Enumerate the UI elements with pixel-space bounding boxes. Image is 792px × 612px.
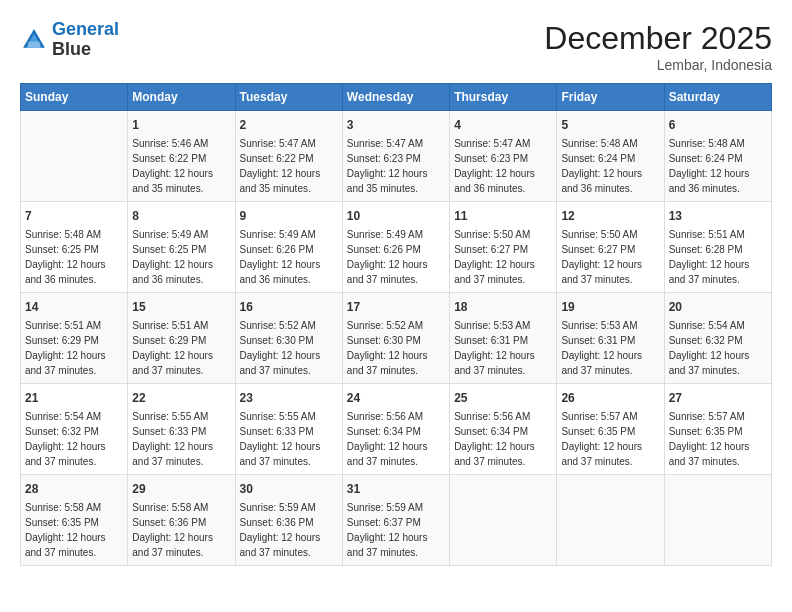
calendar-cell: 6Sunrise: 5:48 AMSunset: 6:24 PMDaylight… xyxy=(664,111,771,202)
sunset-text: Sunset: 6:27 PM xyxy=(454,244,528,255)
sunrise-text: Sunrise: 5:51 AM xyxy=(25,320,101,331)
sunset-text: Sunset: 6:35 PM xyxy=(25,517,99,528)
sunrise-text: Sunrise: 5:52 AM xyxy=(347,320,423,331)
calendar-cell: 2Sunrise: 5:47 AMSunset: 6:22 PMDaylight… xyxy=(235,111,342,202)
daylight-text: Daylight: 12 hours and 37 minutes. xyxy=(240,441,321,467)
calendar-cell: 10Sunrise: 5:49 AMSunset: 6:26 PMDayligh… xyxy=(342,202,449,293)
calendar-cell: 1Sunrise: 5:46 AMSunset: 6:22 PMDaylight… xyxy=(128,111,235,202)
sunset-text: Sunset: 6:32 PM xyxy=(25,426,99,437)
calendar-cell: 14Sunrise: 5:51 AMSunset: 6:29 PMDayligh… xyxy=(21,293,128,384)
daylight-text: Daylight: 12 hours and 36 minutes. xyxy=(561,168,642,194)
day-number: 20 xyxy=(669,298,767,316)
calendar-body: 1Sunrise: 5:46 AMSunset: 6:22 PMDaylight… xyxy=(21,111,772,566)
day-info: Sunrise: 5:46 AMSunset: 6:22 PMDaylight:… xyxy=(132,136,230,196)
daylight-text: Daylight: 12 hours and 37 minutes. xyxy=(132,350,213,376)
daylight-text: Daylight: 12 hours and 36 minutes. xyxy=(240,259,321,285)
sunset-text: Sunset: 6:33 PM xyxy=(240,426,314,437)
sunset-text: Sunset: 6:23 PM xyxy=(454,153,528,164)
daylight-text: Daylight: 12 hours and 37 minutes. xyxy=(240,532,321,558)
day-number: 12 xyxy=(561,207,659,225)
sunset-text: Sunset: 6:25 PM xyxy=(25,244,99,255)
daylight-text: Daylight: 12 hours and 37 minutes. xyxy=(454,441,535,467)
sunrise-text: Sunrise: 5:59 AM xyxy=(240,502,316,513)
day-info: Sunrise: 5:51 AMSunset: 6:28 PMDaylight:… xyxy=(669,227,767,287)
calendar-cell: 20Sunrise: 5:54 AMSunset: 6:32 PMDayligh… xyxy=(664,293,771,384)
day-info: Sunrise: 5:51 AMSunset: 6:29 PMDaylight:… xyxy=(132,318,230,378)
sunrise-text: Sunrise: 5:48 AM xyxy=(561,138,637,149)
day-number: 2 xyxy=(240,116,338,134)
header-row: Sunday Monday Tuesday Wednesday Thursday… xyxy=(21,84,772,111)
calendar-cell: 12Sunrise: 5:50 AMSunset: 6:27 PMDayligh… xyxy=(557,202,664,293)
sunset-text: Sunset: 6:25 PM xyxy=(132,244,206,255)
daylight-text: Daylight: 12 hours and 37 minutes. xyxy=(25,532,106,558)
calendar-week-row: 14Sunrise: 5:51 AMSunset: 6:29 PMDayligh… xyxy=(21,293,772,384)
logo-icon xyxy=(20,26,48,54)
sunrise-text: Sunrise: 5:57 AM xyxy=(561,411,637,422)
day-info: Sunrise: 5:52 AMSunset: 6:30 PMDaylight:… xyxy=(347,318,445,378)
logo-line2: Blue xyxy=(52,40,119,60)
daylight-text: Daylight: 12 hours and 37 minutes. xyxy=(561,441,642,467)
daylight-text: Daylight: 12 hours and 36 minutes. xyxy=(669,168,750,194)
daylight-text: Daylight: 12 hours and 36 minutes. xyxy=(132,259,213,285)
daylight-text: Daylight: 12 hours and 37 minutes. xyxy=(347,350,428,376)
sunrise-text: Sunrise: 5:47 AM xyxy=(240,138,316,149)
day-info: Sunrise: 5:51 AMSunset: 6:29 PMDaylight:… xyxy=(25,318,123,378)
calendar-cell: 3Sunrise: 5:47 AMSunset: 6:23 PMDaylight… xyxy=(342,111,449,202)
sunrise-text: Sunrise: 5:50 AM xyxy=(561,229,637,240)
daylight-text: Daylight: 12 hours and 37 minutes. xyxy=(347,259,428,285)
sunset-text: Sunset: 6:24 PM xyxy=(561,153,635,164)
sunrise-text: Sunrise: 5:55 AM xyxy=(240,411,316,422)
sunset-text: Sunset: 6:26 PM xyxy=(240,244,314,255)
month-title: December 2025 xyxy=(544,20,772,57)
day-number: 1 xyxy=(132,116,230,134)
day-info: Sunrise: 5:49 AMSunset: 6:26 PMDaylight:… xyxy=(347,227,445,287)
sunrise-text: Sunrise: 5:54 AM xyxy=(25,411,101,422)
day-number: 24 xyxy=(347,389,445,407)
sunrise-text: Sunrise: 5:51 AM xyxy=(132,320,208,331)
sunrise-text: Sunrise: 5:50 AM xyxy=(454,229,530,240)
daylight-text: Daylight: 12 hours and 37 minutes. xyxy=(669,441,750,467)
day-info: Sunrise: 5:48 AMSunset: 6:24 PMDaylight:… xyxy=(669,136,767,196)
calendar-week-row: 1Sunrise: 5:46 AMSunset: 6:22 PMDaylight… xyxy=(21,111,772,202)
daylight-text: Daylight: 12 hours and 37 minutes. xyxy=(132,532,213,558)
calendar-cell xyxy=(664,475,771,566)
daylight-text: Daylight: 12 hours and 37 minutes. xyxy=(132,441,213,467)
calendar-cell: 24Sunrise: 5:56 AMSunset: 6:34 PMDayligh… xyxy=(342,384,449,475)
sunset-text: Sunset: 6:30 PM xyxy=(347,335,421,346)
calendar-table: Sunday Monday Tuesday Wednesday Thursday… xyxy=(20,83,772,566)
day-info: Sunrise: 5:57 AMSunset: 6:35 PMDaylight:… xyxy=(669,409,767,469)
day-info: Sunrise: 5:56 AMSunset: 6:34 PMDaylight:… xyxy=(454,409,552,469)
day-info: Sunrise: 5:52 AMSunset: 6:30 PMDaylight:… xyxy=(240,318,338,378)
day-info: Sunrise: 5:57 AMSunset: 6:35 PMDaylight:… xyxy=(561,409,659,469)
daylight-text: Daylight: 12 hours and 35 minutes. xyxy=(132,168,213,194)
day-info: Sunrise: 5:56 AMSunset: 6:34 PMDaylight:… xyxy=(347,409,445,469)
sunrise-text: Sunrise: 5:53 AM xyxy=(454,320,530,331)
day-info: Sunrise: 5:59 AMSunset: 6:37 PMDaylight:… xyxy=(347,500,445,560)
sunrise-text: Sunrise: 5:48 AM xyxy=(669,138,745,149)
daylight-text: Daylight: 12 hours and 37 minutes. xyxy=(240,350,321,376)
header-thursday: Thursday xyxy=(450,84,557,111)
calendar-cell: 26Sunrise: 5:57 AMSunset: 6:35 PMDayligh… xyxy=(557,384,664,475)
daylight-text: Daylight: 12 hours and 37 minutes. xyxy=(454,259,535,285)
day-number: 11 xyxy=(454,207,552,225)
day-info: Sunrise: 5:54 AMSunset: 6:32 PMDaylight:… xyxy=(669,318,767,378)
sunset-text: Sunset: 6:34 PM xyxy=(454,426,528,437)
day-info: Sunrise: 5:53 AMSunset: 6:31 PMDaylight:… xyxy=(561,318,659,378)
sunset-text: Sunset: 6:23 PM xyxy=(347,153,421,164)
daylight-text: Daylight: 12 hours and 35 minutes. xyxy=(347,168,428,194)
daylight-text: Daylight: 12 hours and 35 minutes. xyxy=(240,168,321,194)
day-number: 3 xyxy=(347,116,445,134)
sunrise-text: Sunrise: 5:47 AM xyxy=(347,138,423,149)
day-number: 26 xyxy=(561,389,659,407)
day-info: Sunrise: 5:50 AMSunset: 6:27 PMDaylight:… xyxy=(561,227,659,287)
sunset-text: Sunset: 6:32 PM xyxy=(669,335,743,346)
day-info: Sunrise: 5:48 AMSunset: 6:25 PMDaylight:… xyxy=(25,227,123,287)
day-number: 6 xyxy=(669,116,767,134)
calendar-cell: 27Sunrise: 5:57 AMSunset: 6:35 PMDayligh… xyxy=(664,384,771,475)
calendar-cell: 16Sunrise: 5:52 AMSunset: 6:30 PMDayligh… xyxy=(235,293,342,384)
page-header: General Blue December 2025 Lembar, Indon… xyxy=(20,20,772,73)
sunset-text: Sunset: 6:31 PM xyxy=(454,335,528,346)
day-number: 21 xyxy=(25,389,123,407)
day-number: 7 xyxy=(25,207,123,225)
calendar-cell xyxy=(450,475,557,566)
